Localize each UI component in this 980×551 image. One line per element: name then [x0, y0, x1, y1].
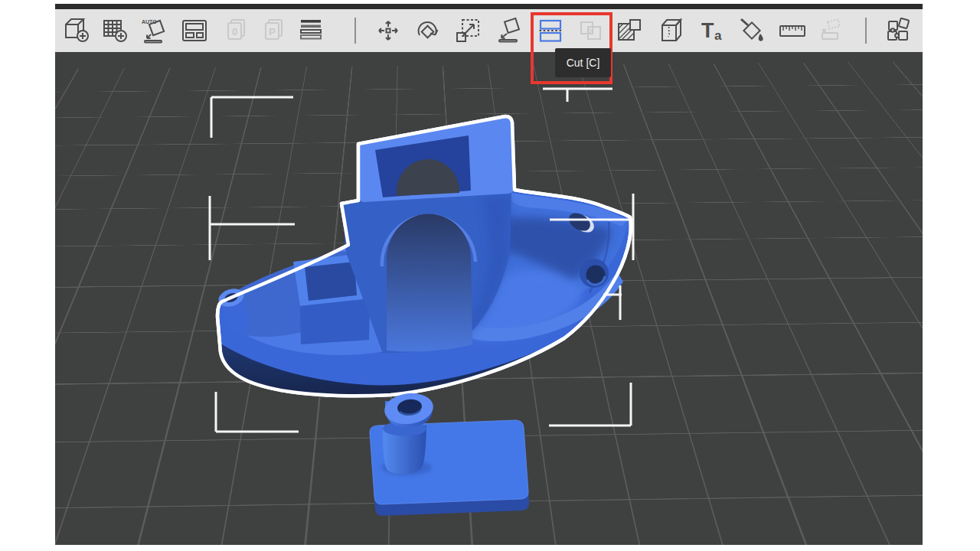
- lay-on-face-icon: [494, 15, 524, 46]
- app-window: AUTO 0 P: [0, 0, 980, 551]
- add-plate-button[interactable]: [96, 13, 133, 48]
- ruler-icon: [777, 15, 808, 46]
- text-tool-icon: T a: [697, 15, 727, 46]
- rotate-icon: [412, 15, 443, 46]
- cut-tool-button[interactable]: [532, 13, 569, 48]
- main-toolbar: AUTO 0 P: [55, 9, 923, 52]
- svg-text:a: a: [714, 28, 722, 43]
- 3d-viewport[interactable]: [55, 52, 923, 545]
- svg-text:P: P: [269, 26, 276, 37]
- seam-paint-icon: [656, 15, 687, 46]
- support-painting-button[interactable]: [611, 13, 648, 48]
- layer-bars-icon: [296, 15, 326, 46]
- toolbar-separator: [354, 18, 356, 44]
- split-objects-button[interactable]: [880, 13, 916, 48]
- benchy-boat-model[interactable]: [216, 116, 630, 396]
- support-paint-icon: [614, 15, 645, 46]
- cut-tooltip: Cut [C]: [555, 48, 611, 77]
- puzzle-split-icon: [883, 15, 913, 46]
- auto-orient-button[interactable]: AUTO: [136, 13, 173, 48]
- mesh-boolean-button: [573, 13, 609, 48]
- add-plate-icon: [100, 15, 130, 46]
- mesh-boolean-icon: [576, 15, 606, 46]
- layer-bars-button[interactable]: [292, 13, 329, 48]
- assembly-view-icon: [816, 15, 847, 46]
- paint-bucket-icon: [737, 15, 767, 46]
- auto-orient-icon: AUTO: [139, 15, 170, 46]
- seam-painting-button[interactable]: [653, 13, 690, 48]
- plate-p-button: P: [257, 13, 294, 48]
- plate-p-icon: P: [260, 15, 291, 46]
- svg-text:T: T: [701, 19, 714, 42]
- scale-icon: [452, 15, 483, 46]
- add-object-button[interactable]: [58, 13, 95, 48]
- move-icon: [373, 15, 403, 46]
- cut-tooltip-label: Cut [C]: [567, 57, 600, 69]
- rotate-tool-button[interactable]: [409, 13, 446, 48]
- chimney-cut-piece-object[interactable]: [370, 390, 529, 516]
- scale-tool-button[interactable]: [449, 13, 486, 48]
- color-painting-button[interactable]: [733, 13, 770, 48]
- move-tool-button[interactable]: [370, 13, 407, 48]
- window-top-strip: [55, 4, 923, 9]
- lay-on-face-button[interactable]: [491, 13, 528, 48]
- arrange-icon: [179, 15, 210, 46]
- svg-text:0: 0: [232, 26, 237, 37]
- add-cube-icon: [61, 15, 92, 46]
- plate-0-icon: 0: [223, 15, 253, 46]
- text-tool-button[interactable]: T a: [694, 13, 730, 48]
- arrange-button[interactable]: [176, 13, 213, 48]
- toolbar-separator: [865, 18, 867, 44]
- assembly-view-button: [813, 13, 850, 48]
- cut-icon: [535, 15, 566, 46]
- scene-canvas: [55, 52, 923, 545]
- measure-tool-button[interactable]: [774, 13, 811, 48]
- plate-0-button: 0: [220, 13, 256, 48]
